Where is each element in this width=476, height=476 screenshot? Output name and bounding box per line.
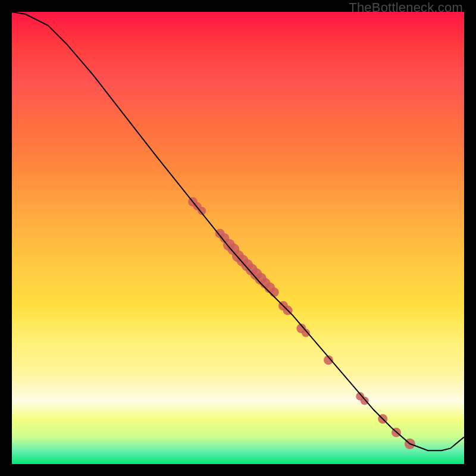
main-curve bbox=[12, 12, 464, 450]
data-points-group bbox=[188, 197, 415, 449]
data-point bbox=[361, 397, 369, 405]
data-point bbox=[270, 287, 279, 297]
watermark-text: TheBottleneck.com bbox=[349, 0, 463, 15]
chart-svg bbox=[12, 12, 464, 464]
